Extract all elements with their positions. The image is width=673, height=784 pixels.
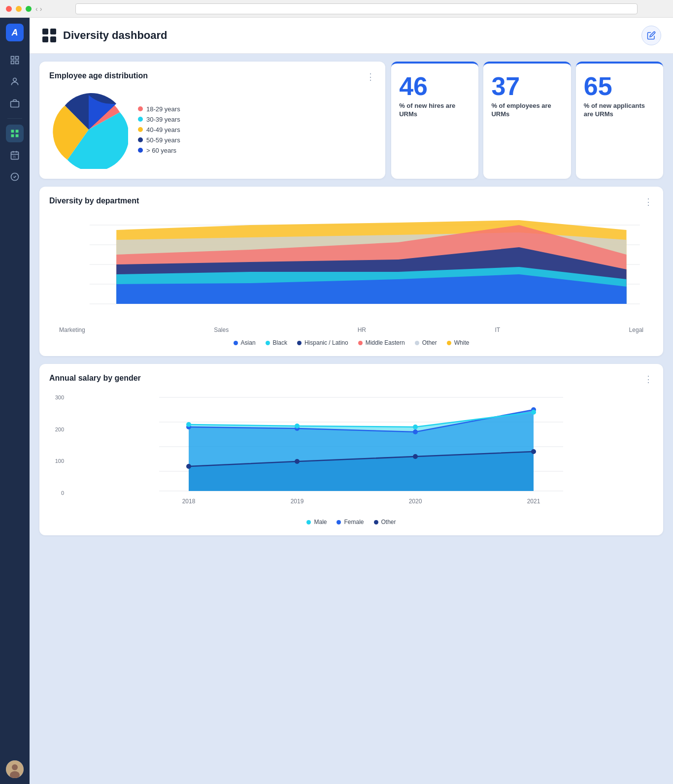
- legend-dot-60plus: [138, 148, 143, 153]
- stat-number-applicants: 65: [584, 73, 655, 99]
- legend-item-60plus: > 60 years: [138, 147, 180, 154]
- salary-label-female: Female: [344, 519, 364, 525]
- edit-button[interactable]: [641, 26, 661, 45]
- minimize-button[interactable]: [16, 6, 22, 12]
- legend-dot-40-49: [138, 127, 143, 132]
- svg-rect-21: [42, 36, 48, 42]
- svg-rect-3: [16, 61, 19, 64]
- stat-number-employees: 37: [491, 73, 563, 99]
- dept-label-legal: Legal: [629, 327, 643, 333]
- pie-container: 18-29 years 30-39 years 40-49 years: [49, 90, 375, 169]
- main-content: Diversity dashboard Employee age di: [30, 18, 673, 784]
- legend-item-18-29: 18-29 years: [138, 105, 180, 113]
- dept-legend-hispanic: Hispanic / Latino: [297, 339, 348, 346]
- pie-legend: 18-29 years 30-39 years 40-49 years: [138, 105, 180, 154]
- stat-cards: 46 % of new hires are URMs 37 % of emplo…: [391, 62, 663, 179]
- pie-chart: [49, 90, 128, 169]
- dept-label-middle-eastern: Middle Eastern: [366, 339, 405, 346]
- svg-text:2020: 2020: [409, 498, 422, 505]
- svg-text:31: 31: [13, 155, 16, 158]
- svg-point-53: [531, 410, 536, 415]
- sidebar-item-calendar[interactable]: 31: [6, 146, 24, 164]
- svg-rect-5: [11, 101, 19, 107]
- dept-legend-black: Black: [266, 339, 287, 346]
- salary-legend-male: Male: [306, 519, 327, 525]
- salary-label-male: Male: [314, 519, 327, 525]
- stat-card-applicants: 65 % of new applicants are URMs: [576, 62, 663, 179]
- legend-dot-30-39: [138, 117, 143, 122]
- svg-text:2021: 2021: [527, 498, 540, 505]
- svg-marker-41: [189, 412, 534, 491]
- salary-card: Annual salary by gender ⋮ 300 200 100 0: [39, 364, 663, 535]
- y-label-300: 300: [49, 394, 64, 400]
- stat-label-new-hires: % of new hires are URMs: [399, 102, 471, 119]
- salary-card-menu[interactable]: ⋮: [644, 374, 653, 385]
- content-area: Employee age distribution ⋮: [30, 54, 673, 543]
- sidebar-item-grid[interactable]: [6, 51, 24, 69]
- dept-label-hispanic: Hispanic / Latino: [304, 339, 348, 346]
- sidebar: A: [0, 18, 30, 784]
- dept-label-sales: Sales: [214, 327, 229, 333]
- svg-point-17: [12, 764, 18, 770]
- dept-label-asian: Asian: [241, 339, 256, 346]
- dept-dot-black: [266, 341, 270, 345]
- svg-rect-7: [16, 130, 19, 133]
- svg-text:2018: 2018: [182, 498, 196, 505]
- legend-item-40-49: 40-49 years: [138, 126, 180, 133]
- sidebar-item-briefcase[interactable]: [6, 95, 24, 112]
- stat-card-employees: 37 % of employees are URMs: [483, 62, 571, 179]
- sidebar-item-table[interactable]: [6, 125, 24, 142]
- legend-label-30-39: 30-39 years: [146, 116, 180, 123]
- salary-dot-other: [374, 520, 378, 524]
- svg-rect-6: [11, 130, 14, 133]
- y-label-0: 0: [49, 490, 64, 496]
- maximize-button[interactable]: [26, 6, 32, 12]
- dept-label-marketing: Marketing: [59, 327, 85, 333]
- svg-rect-2: [11, 61, 14, 64]
- svg-point-43: [295, 459, 300, 464]
- svg-point-50: [186, 422, 191, 427]
- y-label-100: 100: [49, 458, 64, 464]
- age-card-menu[interactable]: ⋮: [366, 71, 375, 82]
- dept-card-title: Diversity by department: [49, 196, 139, 205]
- dept-label-hr: HR: [358, 327, 366, 333]
- stat-label-applicants: % of new applicants are URMs: [584, 102, 655, 119]
- svg-rect-22: [50, 36, 56, 42]
- legend-label-50-59: 50-59 years: [146, 136, 180, 144]
- svg-point-4: [13, 78, 17, 82]
- address-bar: [75, 3, 638, 14]
- stat-number-new-hires: 46: [399, 73, 471, 99]
- salary-label-other: Other: [381, 519, 396, 525]
- top-row: Employee age distribution ⋮: [39, 62, 663, 179]
- dept-legend-middle-eastern: Middle Eastern: [358, 339, 405, 346]
- sidebar-item-check[interactable]: [6, 168, 24, 186]
- close-button[interactable]: [6, 6, 12, 12]
- salary-legend-female: Female: [336, 519, 364, 525]
- svg-rect-8: [11, 134, 14, 137]
- dept-label-white: White: [454, 339, 470, 346]
- diversity-dept-card: Diversity by department ⋮: [39, 187, 663, 356]
- stat-label-employees: % of employees are URMs: [491, 102, 563, 119]
- app-logo: A: [6, 24, 24, 41]
- nav-arrows[interactable]: ‹›: [35, 5, 42, 13]
- svg-point-44: [413, 454, 418, 459]
- dept-legend-white: White: [447, 339, 470, 346]
- user-avatar[interactable]: [6, 760, 24, 778]
- dept-dot-hispanic: [297, 341, 302, 345]
- legend-dot-50-59: [138, 137, 143, 142]
- page-title: Diversity dashboard: [63, 29, 168, 42]
- svg-point-51: [295, 424, 300, 428]
- svg-point-48: [413, 429, 418, 434]
- salary-legend: Male Female Other: [49, 519, 653, 525]
- dept-card-menu[interactable]: ⋮: [644, 196, 653, 207]
- dept-dot-middle-eastern: [358, 341, 363, 345]
- dept-dot-other: [415, 341, 419, 345]
- sidebar-item-person[interactable]: [6, 73, 24, 91]
- legend-label-60plus: > 60 years: [146, 147, 176, 154]
- dashboard-icon: [41, 28, 57, 43]
- window-chrome: ‹›: [0, 0, 673, 18]
- svg-point-45: [531, 449, 536, 454]
- dept-label-black: Black: [273, 339, 287, 346]
- salary-dot-female: [336, 520, 341, 524]
- svg-rect-19: [42, 29, 48, 34]
